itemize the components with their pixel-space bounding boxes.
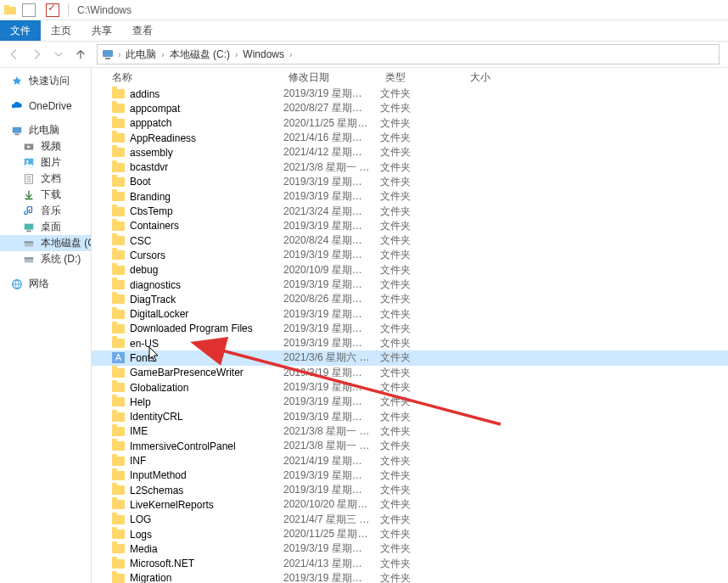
breadcrumb-item[interactable]: Windows [239,48,288,60]
file-type: 文件夹 [380,571,411,583]
file-row[interactable]: IdentityCRL2019/3/19 星期二 12:...文件夹 [92,410,728,424]
file-row[interactable]: GameBarPresenceWriter2019/3/19 星期二 12:..… [92,366,728,380]
column-header-name[interactable]: 名称 [107,68,132,87]
folder-icon [112,574,125,583]
sidebar-onedrive[interactable]: OneDrive [0,98,91,114]
file-row[interactable]: ImmersiveControlPanel2021/3/8 星期一 8:17文件… [92,439,728,453]
window-title: C:\Windows [77,4,132,16]
file-date: 2019/3/19 星期二 12:... [283,410,370,424]
file-type: 文件夹 [380,145,411,160]
file-row[interactable]: appcompat2020/8/27 星期四 8:47文件夹 [92,101,728,115]
file-row[interactable]: Media2019/3/19 星期二 12:...文件夹 [92,541,728,556]
sidebar-quick-access[interactable]: 快速访问 [0,73,91,89]
nav-up-button[interactable] [71,45,90,64]
file-row[interactable]: L2Schemas2019/3/19 星期二 12:...文件夹 [92,483,728,497]
file-row[interactable]: Logs2020/11/25 星期三 1...文件夹 [92,527,728,541]
sidebar-item[interactable]: 音乐 [0,203,91,219]
file-row[interactable]: AppReadiness2021/4/16 星期五 10:...文件夹 [92,131,728,145]
sidebar-item[interactable]: 桌面 [0,219,91,235]
svg-rect-15 [25,223,34,229]
sidebar-item[interactable]: 文档 [0,171,91,187]
chevron-right-icon: › [116,50,122,59]
nav-dropdown-button[interactable] [49,45,68,64]
file-row[interactable]: CbsTemp2021/3/24 星期三 10:...文件夹 [92,204,728,218]
sidebar-item[interactable]: 视频 [0,138,91,154]
sidebar-label: 视频 [41,139,61,154]
breadcrumb[interactable]: › 此电脑 › 本地磁盘 (C:) › Windows › [97,44,720,64]
file-date: 2019/3/19 星期二 12:... [283,366,370,380]
file-name: ImmersiveControlPanel [130,440,236,452]
pc-icon [10,124,24,137]
column-header-date[interactable]: 修改日期 [283,68,329,87]
file-row[interactable]: Globalization2019/3/19 星期二 12:...文件夹 [92,380,728,395]
file-row[interactable]: CSC2020/8/24 星期一 10:...文件夹 [92,233,728,248]
network-icon [10,277,24,291]
svg-rect-18 [25,241,34,243]
file-name: AppReadiness [130,132,196,144]
file-name: Containers [130,220,179,232]
file-type: 文件夹 [380,366,411,380]
file-name: Cursors [130,249,165,261]
ribbon-tab-查看[interactable]: 查看 [122,20,163,41]
file-row[interactable]: INF2021/4/19 星期一 14:...文件夹 [92,453,728,468]
sidebar-item[interactable]: 系统 (D:) [0,251,91,267]
svg-rect-16 [26,230,31,232]
title-bar: C:\Windows [0,0,728,20]
qat-checkbox-1[interactable] [22,3,36,17]
file-name: GameBarPresenceWriter [130,367,244,378]
qat-checkbox-2[interactable] [46,3,59,17]
column-header-type[interactable]: 类型 [380,68,406,87]
file-row[interactable]: bcastdvr2021/3/8 星期一 8:17文件夹 [92,160,728,174]
folder-icon [112,457,125,466]
chevron-right-icon: › [160,50,165,59]
sidebar-item[interactable]: 下载 [0,187,91,203]
folder-icon [112,471,125,480]
folder-icon [112,119,125,128]
file-row[interactable]: AFonts2021/3/6 星期六 8:42文件夹 [92,350,728,365]
file-row[interactable]: IME2021/3/8 星期一 8:17文件夹 [92,424,728,439]
sidebar-network[interactable]: 网络 [0,276,91,292]
file-row[interactable]: Containers2019/3/19 星期二 20:...文件夹 [92,219,728,233]
file-row[interactable]: Branding2019/3/19 星期二 12:...文件夹 [92,189,728,204]
file-row[interactable]: assembly2021/4/12 星期一 14:...文件夹 [92,145,728,160]
star-icon [10,75,24,88]
address-bar: › 此电脑 › 本地磁盘 (C:) › Windows › [0,41,728,68]
file-type: 文件夹 [380,336,411,350]
file-row[interactable]: en-US2019/3/19 星期二 19:...文件夹 [92,336,728,350]
nav-forward-button[interactable] [27,45,46,64]
file-row[interactable]: addins2019/3/19 星期二 12:...文件夹 [92,87,728,101]
sidebar-item[interactable]: 本地磁盘 (C:) [0,235,91,251]
sidebar-item[interactable]: 图片 [0,154,91,171]
file-row[interactable]: Boot2019/3/19 星期二 12:...文件夹 [92,175,728,189]
file-row[interactable]: Help2019/3/19 星期二 19:...文件夹 [92,395,728,409]
breadcrumb-item[interactable]: 本地磁盘 (C:) [166,48,233,62]
svg-rect-2 [103,50,113,57]
file-row[interactable]: debug2020/10/9 星期五 15:...文件夹 [92,263,728,277]
file-date: 2019/3/19 星期二 19:... [283,395,370,409]
file-name: Help [130,396,151,408]
ribbon-tab-共享[interactable]: 共享 [81,20,122,41]
file-row[interactable]: DigitalLocker2019/3/19 星期二 19:...文件夹 [92,306,728,321]
folder-icon [112,441,125,451]
ribbon-tab-主页[interactable]: 主页 [41,20,81,41]
file-row[interactable]: LOG2021/4/7 星期三 16:15文件夹 [92,513,728,527]
file-row[interactable]: LiveKernelReports2020/10/20 星期二 1...文件夹 [92,497,728,512]
file-list[interactable]: addins2019/3/19 星期二 12:...文件夹appcompat20… [92,87,728,583]
breadcrumb-item[interactable]: 此电脑 [122,48,160,62]
nav-back-button[interactable] [5,45,24,64]
ribbon-tab-文件[interactable]: 文件 [0,20,41,41]
file-date: 2021/4/13 星期二 15:... [283,557,370,571]
file-row[interactable]: DiagTrack2020/8/26 星期三 18:...文件夹 [92,292,728,306]
file-row[interactable]: Migration2019/3/19 星期二 19:...文件夹 [92,571,728,583]
folder-icon [112,221,125,231]
drive-icon [22,205,36,218]
file-row[interactable]: Microsoft.NET2021/4/13 星期二 15:...文件夹 [92,557,728,571]
column-header-size[interactable]: 大小 [465,68,490,87]
file-row[interactable]: diagnostics2019/3/19 星期二 12:...文件夹 [92,277,728,292]
file-row[interactable]: Downloaded Program Files2019/3/19 星期二 12… [92,322,728,336]
file-row[interactable]: InputMethod2019/3/19 星期二 12:...文件夹 [92,468,728,483]
file-row[interactable]: apppatch2020/11/25 星期三 1...文件夹 [92,116,728,131]
file-row[interactable]: Cursors2019/3/19 星期二 12:...文件夹 [92,248,728,262]
file-date: 2019/3/19 星期二 12:... [283,541,370,556]
sidebar-this-pc[interactable]: 此电脑 [0,122,91,138]
